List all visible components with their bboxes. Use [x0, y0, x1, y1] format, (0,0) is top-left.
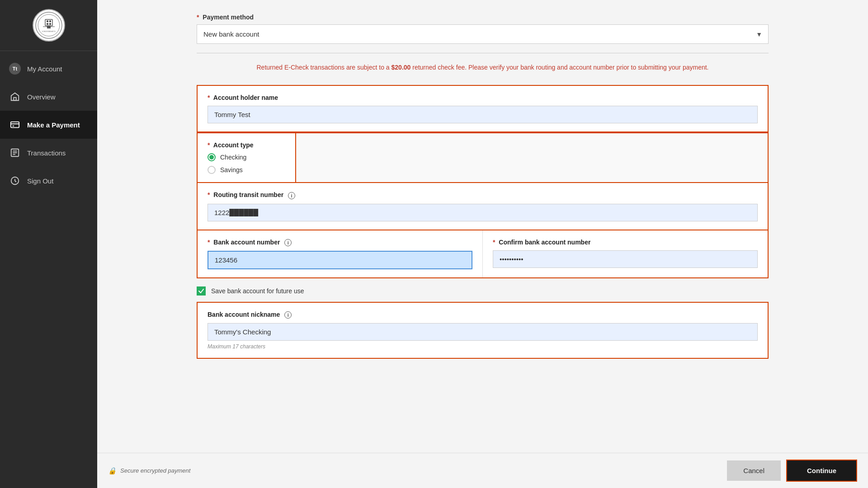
required-star: *	[197, 14, 199, 21]
required-star: *	[208, 94, 210, 101]
echeck-warning: Returned E-Check transactions are subjec…	[197, 62, 769, 72]
checkmark-icon	[198, 288, 204, 294]
routing-input[interactable]	[208, 204, 758, 221]
svg-rect-10	[14, 98, 16, 100]
checking-option[interactable]: Checking	[208, 153, 285, 161]
bank-account-input[interactable]	[208, 251, 472, 269]
payment-method-select-wrapper: New bank account ▼	[197, 24, 769, 44]
svg-rect-11	[11, 122, 19, 128]
required-star: *	[208, 141, 210, 149]
svg-rect-6	[49, 23, 51, 25]
logo-circle: UNIVERSITY	[33, 9, 65, 42]
sidebar-item-overview[interactable]: Overview	[0, 83, 97, 111]
svg-rect-2	[45, 19, 52, 26]
sidebar-navigation: Tt My Account Overview Mak	[0, 55, 97, 195]
sidebar-item-label: Make a Payment	[27, 121, 80, 129]
sidebar: UNIVERSITY Tt My Account Overview	[0, 0, 97, 488]
continue-button[interactable]: Continue	[786, 460, 857, 482]
svg-rect-3	[47, 20, 48, 22]
account-holder-section: * Account holder name	[197, 85, 769, 132]
svg-point-0	[36, 12, 62, 38]
sidebar-item-label: Sign Out	[27, 177, 53, 185]
sign-out-icon	[9, 175, 21, 187]
account-type-image-area	[296, 132, 769, 183]
logo-area: UNIVERSITY	[0, 0, 97, 51]
main-content: * Payment method New bank account ▼ Retu…	[97, 0, 868, 488]
confirm-bank-account-input[interactable]	[493, 250, 758, 268]
account-type-label: * Account type	[208, 141, 285, 149]
checking-label: Checking	[220, 154, 246, 161]
max-chars-hint: Maximum 17 characters	[208, 343, 758, 350]
svg-rect-5	[47, 23, 48, 25]
account-type-section: * Account type Checking Savings	[197, 132, 296, 183]
transactions-icon	[9, 147, 21, 159]
form-content: * Payment method New bank account ▼ Retu…	[97, 0, 868, 453]
university-seal-icon: UNIVERSITY	[35, 11, 63, 39]
sidebar-item-label: Overview	[27, 93, 56, 101]
savings-label: Savings	[220, 166, 243, 174]
save-account-checkbox[interactable]	[197, 286, 206, 296]
footer: 🔒 Secure encrypted payment Cancel Contin…	[97, 453, 868, 488]
payment-icon	[9, 119, 21, 131]
sidebar-item-label: Transactions	[27, 149, 66, 157]
sidebar-item-sign-out[interactable]: Sign Out	[0, 167, 97, 195]
sidebar-item-label: My Account	[27, 65, 62, 73]
secure-payment-text: 🔒 Secure encrypted payment	[108, 467, 190, 475]
lock-icon: 🔒	[108, 467, 117, 475]
routing-label: * Routing transit number i	[208, 191, 758, 199]
save-account-label: Save bank account for future use	[211, 287, 304, 295]
section-divider	[197, 53, 769, 53]
nickname-input[interactable]	[208, 323, 758, 341]
bank-account-left: * Bank account number i	[198, 230, 483, 277]
routing-info-icon[interactable]: i	[288, 192, 295, 199]
savings-radio[interactable]	[208, 166, 216, 174]
required-star: *	[493, 239, 495, 246]
home-icon	[9, 91, 21, 103]
person-icon: Tt	[9, 63, 21, 75]
nickname-info-icon[interactable]: i	[284, 311, 292, 319]
svg-text:UNIVERSITY: UNIVERSITY	[42, 30, 56, 33]
payment-method-select[interactable]: New bank account	[197, 24, 769, 44]
save-account-row: Save bank account for future use	[197, 286, 769, 296]
checking-radio[interactable]	[208, 153, 216, 161]
bank-account-label: * Bank account number i	[208, 239, 472, 246]
required-star: *	[208, 191, 210, 198]
nickname-section: Bank account nickname i Maximum 17 chara…	[197, 302, 769, 359]
sidebar-item-make-payment[interactable]: Make a Payment	[0, 111, 97, 139]
bank-account-row: * Bank account number i * Confirm bank a…	[197, 230, 769, 278]
bank-account-info-icon[interactable]: i	[284, 239, 292, 246]
svg-point-1	[38, 14, 60, 36]
account-holder-label: * Account holder name	[208, 94, 758, 101]
account-holder-input[interactable]	[208, 106, 758, 123]
routing-section: * Routing transit number i	[197, 183, 769, 230]
savings-option[interactable]: Savings	[208, 166, 285, 174]
confirm-bank-account-label: * Confirm bank account number	[493, 239, 758, 246]
account-type-row: * Account type Checking Savings	[197, 132, 769, 183]
payment-method-label: * Payment method	[197, 14, 769, 21]
cancel-button[interactable]: Cancel	[727, 460, 781, 481]
nickname-label: Bank account nickname i	[208, 311, 758, 319]
payment-method-section: * Payment method New bank account ▼	[197, 14, 769, 44]
required-star: *	[208, 239, 210, 246]
radio-inner	[209, 155, 214, 160]
sidebar-item-transactions[interactable]: Transactions	[0, 139, 97, 167]
svg-rect-7	[47, 26, 51, 28]
svg-rect-4	[49, 20, 51, 22]
bank-account-right: * Confirm bank account number	[483, 230, 768, 277]
sidebar-item-my-account[interactable]: Tt My Account	[0, 55, 97, 83]
